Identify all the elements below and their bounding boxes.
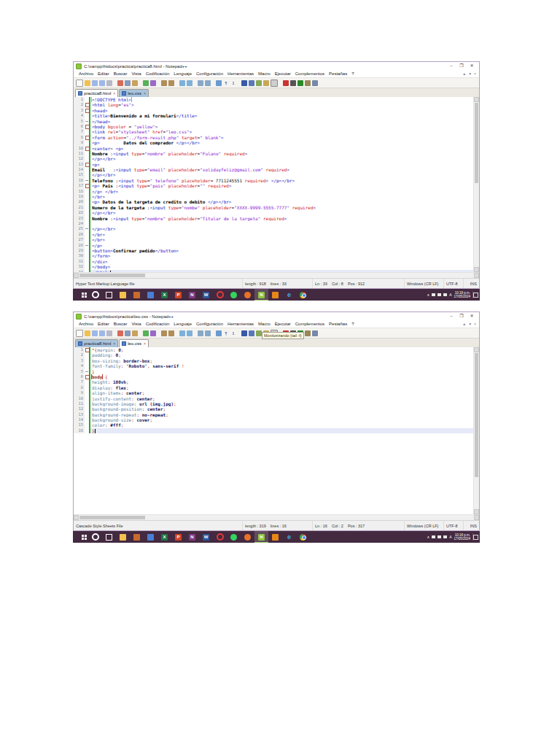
menu-item-buscar[interactable]: Buscar xyxy=(112,322,130,326)
sync-horizontal-icon[interactable] xyxy=(205,80,211,86)
cortana-button[interactable] xyxy=(88,289,102,301)
menu-item-macro[interactable]: Macro xyxy=(256,71,273,76)
photos-icon[interactable] xyxy=(130,289,144,301)
indent-guide-icon[interactable]: 1 xyxy=(230,330,236,336)
fold-margin[interactable] xyxy=(85,97,89,102)
tray-chevron-icon[interactable]: ∧ xyxy=(427,535,429,539)
fold-margin[interactable] xyxy=(85,358,89,363)
horizontal-scrollbar[interactable] xyxy=(74,514,479,520)
save-all-icon[interactable] xyxy=(99,330,105,336)
whatsapp-icon[interactable] xyxy=(227,531,241,543)
fold-margin[interactable] xyxy=(85,406,89,411)
horizontal-scroll-thumb[interactable] xyxy=(79,274,145,277)
print-icon[interactable] xyxy=(106,330,112,336)
macro-save-icon[interactable] xyxy=(305,80,311,86)
minimize-button[interactable]: – xyxy=(446,312,456,320)
fold-margin[interactable] xyxy=(85,248,89,253)
code-area[interactable]: 1*{margin: 0;2padding: 0;3box-sizing: bo… xyxy=(74,347,473,514)
vertical-scroll-thumb[interactable] xyxy=(475,103,478,183)
scroll-left-arrow[interactable] xyxy=(74,515,79,520)
paste-icon[interactable] xyxy=(132,330,138,336)
menu-item-macro[interactable]: Macro xyxy=(256,322,273,326)
editor-area[interactable]: 1<!DOCTYPE html>2<html lang="es">3<head>… xyxy=(74,97,479,272)
tab-close-icon[interactable]: × xyxy=(144,92,146,96)
menu-item-editar[interactable]: Editar xyxy=(96,71,112,76)
fold-margin[interactable] xyxy=(85,167,89,172)
sync-vertical-icon[interactable] xyxy=(198,80,203,86)
fold-margin[interactable] xyxy=(85,363,89,368)
fold-margin[interactable] xyxy=(85,178,89,183)
fold-margin[interactable] xyxy=(85,146,89,151)
task-view-button[interactable] xyxy=(102,531,116,543)
menu-item-configuracion[interactable]: Configuración xyxy=(194,322,225,326)
powerpoint-icon[interactable]: P xyxy=(171,289,185,301)
fold-margin[interactable] xyxy=(85,385,89,390)
sync-vertical-icon[interactable] xyxy=(198,330,203,336)
zoom-out-icon[interactable] xyxy=(187,330,192,336)
menu-item-archivo[interactable]: Archivo xyxy=(77,322,96,326)
menu-item-codificacion[interactable]: Codificación xyxy=(144,322,172,326)
tab-close-icon[interactable]: × xyxy=(144,342,146,346)
firefox-icon[interactable] xyxy=(241,289,254,301)
fold-margin[interactable] xyxy=(85,243,89,248)
fold-margin[interactable] xyxy=(85,232,89,237)
document-list-icon[interactable] xyxy=(256,330,262,336)
fold-margin[interactable] xyxy=(85,369,89,374)
fold-margin[interactable] xyxy=(85,156,89,161)
notepad-plus-plus-icon[interactable]: N xyxy=(254,531,268,543)
fold-margin[interactable] xyxy=(85,428,89,433)
network-icon[interactable] xyxy=(443,293,447,296)
fold-margin[interactable] xyxy=(85,221,89,226)
menu-item-archivo[interactable]: Archivo xyxy=(77,71,96,76)
tab-practica8-html[interactable]: practica8.html× xyxy=(75,339,118,347)
chrome-icon[interactable] xyxy=(296,289,310,301)
whatsapp-icon[interactable] xyxy=(227,289,241,301)
redo-icon[interactable] xyxy=(150,330,156,336)
fold-margin[interactable] xyxy=(85,162,89,167)
fold-margin[interactable] xyxy=(85,108,89,113)
fold-margin[interactable] xyxy=(85,390,89,395)
opera-icon[interactable] xyxy=(213,531,227,543)
tab-close-icon[interactable]: × xyxy=(113,92,115,96)
maximize-button[interactable]: ❐ xyxy=(456,312,467,320)
cut-icon[interactable] xyxy=(117,330,123,336)
language-indicator[interactable]: A xyxy=(449,293,451,297)
replace-icon[interactable] xyxy=(168,330,174,336)
word-icon[interactable]: W xyxy=(199,531,213,543)
fold-margin[interactable] xyxy=(85,199,89,204)
fold-margin[interactable] xyxy=(85,124,89,129)
scroll-down-arrow[interactable] xyxy=(474,267,479,272)
save-icon[interactable] xyxy=(92,80,98,86)
close-button[interactable]: ✕ xyxy=(467,312,477,320)
vertical-scroll-thumb[interactable] xyxy=(475,353,478,477)
vertical-scrollbar[interactable] xyxy=(473,347,479,514)
language-indicator[interactable]: A xyxy=(449,535,451,539)
mail-icon[interactable] xyxy=(144,289,158,301)
fold-margin[interactable] xyxy=(85,253,89,258)
chrome-icon[interactable] xyxy=(296,531,310,543)
code-area[interactable]: 1<!DOCTYPE html>2<html lang="es">3<head>… xyxy=(74,97,473,272)
word-wrap-icon[interactable] xyxy=(216,330,222,336)
find-icon[interactable] xyxy=(161,330,167,336)
minimize-button[interactable]: – xyxy=(446,62,456,70)
edge-icon[interactable]: e xyxy=(282,289,296,301)
undo-icon[interactable] xyxy=(143,80,149,86)
opera-icon[interactable] xyxy=(213,289,227,301)
new-file-icon[interactable] xyxy=(76,80,83,87)
fold-margin[interactable] xyxy=(85,205,89,210)
task-view-button[interactable] xyxy=(102,289,116,301)
menu-item-herramientas[interactable]: Herramientas xyxy=(225,322,256,326)
macro-record-icon[interactable] xyxy=(283,80,289,86)
menu-item-herramientas[interactable]: Herramientas xyxy=(225,71,256,76)
fold-margin[interactable] xyxy=(85,270,89,273)
menu-item-lenguaje[interactable]: Lenguaje xyxy=(171,322,194,326)
function-list-icon[interactable] xyxy=(241,80,247,86)
sync-horizontal-icon[interactable] xyxy=(205,330,211,336)
fold-margin[interactable] xyxy=(85,210,89,215)
file-explorer-icon[interactable] xyxy=(116,289,130,301)
replace-icon[interactable] xyxy=(168,80,174,86)
open-file-icon[interactable] xyxy=(85,80,90,86)
fold-margin[interactable] xyxy=(85,259,89,264)
fold-margin[interactable] xyxy=(85,102,89,107)
fold-margin[interactable] xyxy=(85,172,89,177)
